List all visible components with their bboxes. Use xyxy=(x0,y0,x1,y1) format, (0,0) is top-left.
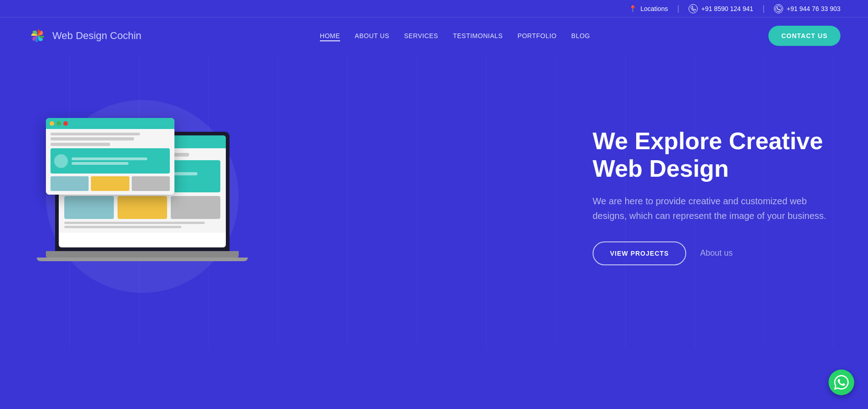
dot-yellow xyxy=(50,121,54,126)
hero-buttons: VIEW PROJECTS About us xyxy=(593,241,840,265)
phone2-item[interactable]: +91 944 76 33 903 xyxy=(774,4,840,13)
about-us-link[interactable]: About us xyxy=(700,248,733,258)
laptop-foot xyxy=(37,258,248,261)
whatsapp-icon-topbar xyxy=(774,4,783,13)
dot-green xyxy=(56,121,61,126)
nav-links: HOME ABOUT US SERVICES TESTIMONIALS PORT… xyxy=(320,32,590,40)
location-icon: 📍 xyxy=(629,5,637,12)
laptop-wrapper xyxy=(28,132,257,261)
nav-item-blog[interactable]: BLOG xyxy=(571,32,590,40)
bcard-yellow xyxy=(118,196,167,219)
fb-circle xyxy=(54,154,68,168)
locations-label: Locations xyxy=(640,5,668,12)
phone1-item[interactable]: +91 8590 124 941 xyxy=(689,4,753,13)
nav-item-services[interactable]: SERVICES xyxy=(404,32,438,40)
phone1-number: +91 8590 124 941 xyxy=(701,5,753,12)
laptop-illustration xyxy=(28,132,257,261)
fb-cards-row xyxy=(50,176,170,191)
floating-browser-card xyxy=(46,118,174,195)
logo-icon xyxy=(28,26,48,46)
browser-text-lines xyxy=(64,222,220,228)
fb-addr-bar xyxy=(50,133,140,135)
fb-titlebar xyxy=(46,118,174,129)
dot-red xyxy=(63,121,68,126)
hero-subtext: We are here to provide creative and cust… xyxy=(593,194,840,223)
bcard-blue xyxy=(64,196,114,219)
navbar: Web Design Cochin HOME ABOUT US SERVICES… xyxy=(0,17,868,54)
nav-item-about[interactable]: ABOUT US xyxy=(355,32,389,40)
hero-text: We Explore Creative Web Design We are he… xyxy=(574,128,840,265)
hero-heading: We Explore Creative Web Design xyxy=(593,128,840,183)
whatsapp-fab-icon xyxy=(834,375,849,390)
fb-card-blue xyxy=(50,176,89,191)
nav-item-portfolio[interactable]: PORTFOLIO xyxy=(517,32,556,40)
view-projects-button[interactable]: VIEW PROJECTS xyxy=(593,241,686,265)
fb-l1 xyxy=(72,157,147,160)
phone-icon xyxy=(689,4,698,13)
fb-card-gray xyxy=(132,176,170,191)
nav-item-home[interactable]: HOME xyxy=(320,32,340,40)
brand-title: Web Design Cochin xyxy=(52,30,141,42)
fb-line-1 xyxy=(50,137,134,140)
browser-cards xyxy=(64,196,220,219)
fb-body xyxy=(46,129,174,195)
fb-lines xyxy=(72,157,166,165)
btline-2 xyxy=(64,226,181,228)
laptop-base xyxy=(46,251,239,258)
contact-us-button[interactable]: CONTACT US xyxy=(768,26,840,46)
btline-1 xyxy=(64,222,205,224)
phone2-number: +91 944 76 33 903 xyxy=(787,5,840,12)
fb-teal-hero xyxy=(50,148,170,174)
divider-2: | xyxy=(762,4,765,13)
locations-item[interactable]: 📍 Locations xyxy=(629,5,668,12)
divider-1: | xyxy=(677,4,679,13)
nav-item-testimonials[interactable]: TESTIMONIALS xyxy=(453,32,503,40)
logo[interactable]: Web Design Cochin xyxy=(28,26,141,46)
fb-l2 xyxy=(72,162,129,165)
fb-line-2 xyxy=(50,143,110,146)
fb-card-yellow xyxy=(91,176,129,191)
hero-section: We Explore Creative Web Design We are he… xyxy=(0,54,868,348)
top-bar: 📍 Locations | +91 8590 124 941 | +91 944… xyxy=(0,0,868,17)
whatsapp-fab-button[interactable] xyxy=(829,370,854,395)
bcard-gray xyxy=(171,196,220,219)
